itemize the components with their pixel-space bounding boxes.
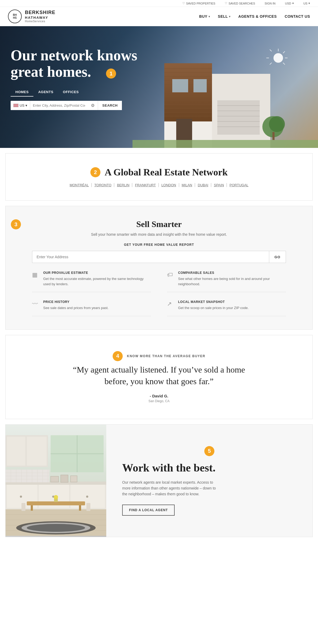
filter-icon[interactable]: ⚙ bbox=[88, 101, 98, 110]
feature-market-snapshot-title: LOCAL MARKET SNAPSHOT bbox=[178, 300, 249, 304]
saved-properties-label: SAVED PROPERTIES bbox=[186, 2, 215, 5]
feature-price-history-desc: See sale dates and prices from years pas… bbox=[43, 305, 108, 311]
search-input[interactable] bbox=[30, 101, 88, 110]
saved-searches-label: SAVED SEARCHES bbox=[228, 2, 255, 5]
hero-title: Our network knows great homes. bbox=[11, 47, 170, 80]
currency-selector[interactable]: USD ▾ bbox=[285, 2, 294, 5]
svg-rect-66 bbox=[61, 475, 68, 482]
region-label: US bbox=[303, 2, 307, 5]
provalue-icon: ▦ bbox=[32, 271, 39, 278]
city-portugal[interactable]: PORTUGAL bbox=[227, 183, 251, 187]
section-global-network: 2 A Global Real Estate Network MONTRÉAL … bbox=[5, 153, 313, 201]
find-agent-button[interactable]: FIND A LOCAL AGENT bbox=[122, 505, 175, 516]
country-arrow-icon: ▾ bbox=[25, 103, 27, 107]
logo-circle: BH HS bbox=[8, 10, 22, 23]
svg-rect-28 bbox=[132, 140, 318, 148]
feature-market-snapshot-desc: Get the scoop on sale prices in your ZIP… bbox=[178, 305, 249, 311]
svg-point-64 bbox=[54, 495, 58, 499]
annotation-5-wrapper: 5 bbox=[122, 446, 297, 456]
tab-offices[interactable]: OFFICES bbox=[58, 88, 83, 97]
sell-features-grid: ▦ OUR PROVALUE ESTIMATE Get the most acc… bbox=[32, 271, 286, 316]
svg-rect-57 bbox=[51, 435, 104, 472]
global-network-title: A Global Real Estate Network bbox=[105, 167, 228, 178]
city-spain[interactable]: SPAIN bbox=[211, 183, 227, 187]
region-selector[interactable]: US ▾ bbox=[303, 2, 310, 5]
country-code: US bbox=[20, 103, 24, 107]
logo-area[interactable]: BH HS BERKSHIRE HATHAWAY HomeServices bbox=[8, 10, 55, 23]
city-montreal[interactable]: MONTRÉAL bbox=[67, 183, 92, 187]
section-testimonial: 4 KNOW MORE THAN THE AVERAGE BUYER “My a… bbox=[5, 335, 313, 419]
comparable-icon: 🏷 bbox=[167, 271, 174, 278]
svg-point-84 bbox=[27, 524, 85, 532]
saved-properties-link[interactable]: ♡ SAVED PROPERTIES bbox=[182, 2, 215, 5]
svg-point-47 bbox=[20, 496, 22, 498]
hero-section: 1 Our network knows great homes. HOMES A… bbox=[0, 26, 318, 148]
svg-point-49 bbox=[86, 496, 88, 498]
annotation-3: 3 bbox=[11, 219, 21, 229]
global-network-header: 2 A Global Real Estate Network bbox=[21, 167, 297, 178]
svg-rect-27 bbox=[272, 132, 275, 140]
annotation-5: 5 bbox=[204, 446, 214, 456]
sell-smarter-subtitle: Sell your home smarter with more data an… bbox=[32, 232, 286, 237]
nav-buy[interactable]: BUY ▾ bbox=[199, 14, 210, 19]
tab-homes[interactable]: HOMES bbox=[11, 88, 33, 97]
kitchen-svg bbox=[6, 425, 106, 536]
svg-rect-59 bbox=[31, 505, 33, 511]
testimonial-header: 4 KNOW MORE THAN THE AVERAGE BUYER bbox=[27, 351, 291, 361]
tab-agents[interactable]: AGENTS bbox=[33, 88, 58, 97]
feature-market-snapshot-content: LOCAL MARKET SNAPSHOT Get the scoop on s… bbox=[178, 300, 249, 311]
brand-homeservices: HomeServices bbox=[25, 20, 55, 23]
country-selector[interactable]: US ▾ bbox=[11, 101, 30, 110]
brand-hathaway: HATHAWAY bbox=[25, 16, 55, 20]
main-header: BH HS BERKSHIRE HATHAWAY HomeServices BU… bbox=[0, 7, 318, 26]
sell-smarter-inner: 3 Sell Smarter Sell your home smarter wi… bbox=[32, 219, 286, 316]
nav-contact-us[interactable]: CONTACT US bbox=[285, 14, 310, 19]
go-button[interactable]: GO bbox=[269, 251, 286, 263]
hero-tabs: HOMES AGENTS OFFICES bbox=[11, 88, 307, 97]
work-title: Work with the best. bbox=[122, 461, 297, 474]
svg-rect-65 bbox=[51, 476, 59, 482]
work-description: Our network agents are local market expe… bbox=[122, 479, 218, 497]
search-button[interactable]: SEARCH bbox=[98, 101, 122, 110]
work-content: 5 Work with the best. Our network agents… bbox=[106, 425, 312, 537]
city-london[interactable]: LONDON bbox=[159, 183, 179, 187]
testimonial-label: KNOW MORE THAN THE AVERAGE BUYER bbox=[127, 354, 205, 358]
feature-price-history: 〰 PRICE HISTORY See sale dates and price… bbox=[32, 300, 151, 316]
sign-in-link[interactable]: SIGN IN bbox=[265, 2, 276, 5]
svg-point-26 bbox=[269, 116, 285, 132]
feature-price-history-content: PRICE HISTORY See sale dates and prices … bbox=[43, 300, 108, 311]
nav-sell[interactable]: SELL ▾ bbox=[218, 14, 230, 19]
feature-comparable-title: COMPARABLE SALES bbox=[178, 271, 286, 275]
city-toronto[interactable]: TORONTO bbox=[92, 183, 114, 187]
city-dubai[interactable]: DUBAI bbox=[195, 183, 211, 187]
feature-comparable-desc: See what other homes are being sold for … bbox=[178, 276, 286, 287]
main-nav: BUY ▾ SELL ▾ AGENTS & OFFICES CONTACT US bbox=[199, 14, 310, 19]
city-milan[interactable]: MILAN bbox=[179, 183, 195, 187]
feature-provalue-desc: Get the most accurate estimate, powered … bbox=[43, 276, 151, 287]
feature-comparable-content: COMPARABLE SALES See what other homes ar… bbox=[178, 271, 286, 287]
city-berlin[interactable]: BERLIN bbox=[114, 183, 132, 187]
us-flag-icon bbox=[13, 104, 19, 107]
svg-rect-53 bbox=[27, 437, 47, 466]
nav-agents-offices[interactable]: AGENTS & OFFICES bbox=[238, 14, 277, 19]
svg-rect-58 bbox=[27, 501, 85, 505]
address-search-bar: GO bbox=[32, 251, 286, 263]
feature-provalue-content: OUR PROVALUE ESTIMATE Get the most accur… bbox=[43, 271, 151, 287]
saved-searches-link[interactable]: ♡ SAVED SEARCHES bbox=[225, 2, 255, 5]
currency-label: USD bbox=[285, 2, 291, 5]
annotation-1: 1 bbox=[106, 69, 116, 79]
feature-comparable: 🏷 COMPARABLE SALES See what other homes … bbox=[167, 271, 286, 292]
address-input[interactable] bbox=[32, 251, 269, 263]
annotation-2: 2 bbox=[90, 167, 100, 177]
testimonial-location: San Diego, CA bbox=[27, 399, 291, 403]
brand-berkshire: BERKSHIRE bbox=[25, 10, 55, 16]
sign-in-label: SIGN IN bbox=[265, 2, 276, 5]
section-sell-smarter: 3 Sell Smarter Sell your home smarter wi… bbox=[5, 206, 313, 330]
sell-arrow-icon: ▾ bbox=[229, 15, 231, 18]
hero-content: Our network knows great homes. HOMES AGE… bbox=[0, 26, 318, 118]
currency-arrow-icon: ▾ bbox=[292, 2, 294, 5]
global-cities-list: MONTRÉAL TORONTO BERLIN FRANKFURT LONDON… bbox=[21, 183, 297, 187]
svg-rect-52 bbox=[7, 437, 25, 466]
feature-provalue: ▦ OUR PROVALUE ESTIMATE Get the most acc… bbox=[32, 271, 151, 292]
city-frankfurt[interactable]: FRANKFURT bbox=[132, 183, 158, 187]
